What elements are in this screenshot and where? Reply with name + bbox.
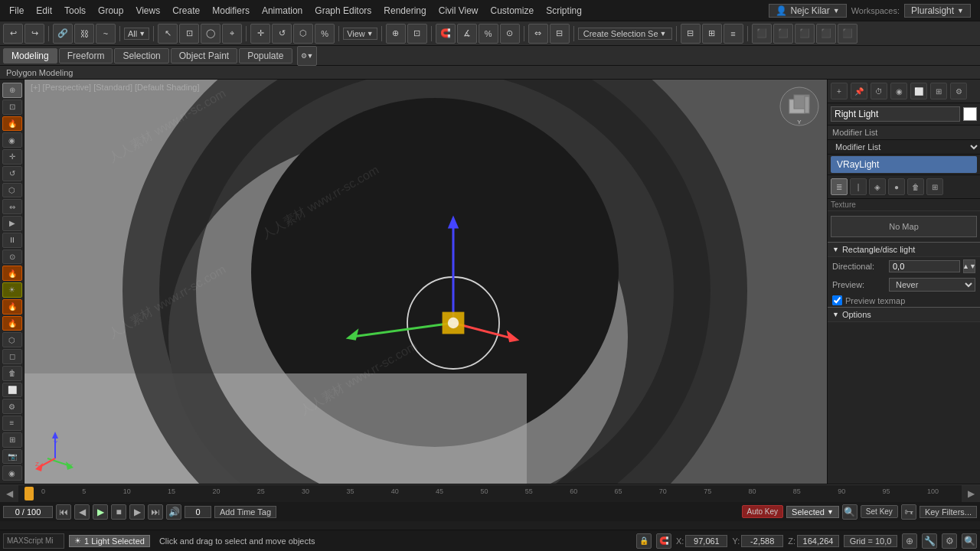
select-center[interactable]: ⊡ — [407, 24, 427, 44]
ribbon-btn[interactable]: ⬛ — [752, 24, 772, 44]
left-btn-settings[interactable]: ⚙ — [2, 399, 22, 414]
left-btn-scale[interactable]: ⬡ — [2, 183, 22, 198]
selected-dropdown[interactable]: Selected ▼ — [786, 506, 839, 518]
menu-group[interactable]: Group — [92, 4, 129, 18]
rp-trash-icon[interactable]: 🗑 — [907, 178, 924, 195]
viewport[interactable]: [+] [Perspective] [Standard] [Default Sh… — [24, 80, 827, 484]
rp-display-icon[interactable]: ● — [888, 178, 905, 195]
left-btn-mirror[interactable]: ⇔ — [2, 199, 22, 214]
menu-animation[interactable]: Animation — [256, 4, 309, 18]
maxscript-area[interactable]: MAXScript Mi — [3, 533, 64, 549]
search-btn[interactable]: 🔍 — [842, 504, 858, 520]
menu-edit[interactable]: Edit — [30, 4, 58, 18]
preview-select[interactable]: Never — [889, 278, 975, 292]
rp-pin-btn[interactable]: 📌 — [851, 83, 867, 99]
rp-table-icon[interactable]: ⊞ — [926, 178, 943, 195]
play-next-btn[interactable]: ▶ — [129, 504, 145, 520]
rp-box-btn[interactable]: ⬜ — [910, 83, 927, 99]
preview-texmap-checkbox[interactable] — [832, 295, 842, 305]
extra-icon3[interactable]: ⚙ — [942, 533, 957, 549]
filter-dropdown[interactable]: All ▼ — [124, 28, 149, 40]
menu-modifiers[interactable]: Modifiers — [206, 4, 256, 18]
modifier-item-vraylight[interactable]: VRayLight — [831, 156, 977, 173]
tab-freeform[interactable]: Freeform — [59, 48, 113, 64]
select-region-rect[interactable]: ⊡ — [179, 24, 199, 44]
menu-file[interactable]: File — [3, 4, 30, 18]
percent-scale[interactable]: % — [315, 24, 335, 44]
left-btn-rotate[interactable]: ↺ — [2, 166, 22, 181]
left-btn-fire3[interactable]: 🔥 — [2, 299, 22, 315]
set-key-btn[interactable]: Set Key — [861, 505, 898, 518]
menu-rendering[interactable]: Rendering — [377, 4, 432, 18]
left-btn-camera[interactable]: 📷 — [2, 449, 22, 465]
left-btn-more2[interactable]: ⊞ — [2, 432, 22, 448]
tl-next[interactable]: ▶ — [962, 485, 980, 502]
left-btn-paint[interactable]: ◉ — [2, 132, 22, 148]
frame-display[interactable]: 0 / 100 — [3, 506, 53, 518]
left-btn-shape[interactable]: ◻ — [2, 349, 22, 364]
auto-key-btn[interactable]: Auto Key — [742, 505, 784, 518]
menu-views[interactable]: Views — [129, 4, 166, 18]
angle-snap[interactable]: ∡ — [457, 24, 477, 44]
tab-extra-btn[interactable]: ⚙▼ — [297, 46, 318, 66]
play-btn[interactable]: ▶ — [93, 504, 108, 520]
key-icon-btn[interactable]: 🗝 — [901, 504, 916, 520]
left-btn-create[interactable]: ⊕ — [2, 83, 22, 98]
rp-grid-btn[interactable]: ⊞ — [930, 83, 947, 99]
btn-extra1[interactable]: ⬛ — [795, 24, 815, 44]
prev-frame-btn[interactable]: ◀ — [74, 504, 90, 520]
scale-button active[interactable]: ⬡ — [293, 24, 313, 44]
left-btn-square[interactable]: ⬜ — [2, 383, 22, 398]
color-swatch[interactable] — [963, 107, 977, 121]
tab-modeling[interactable]: Modeling — [3, 48, 57, 64]
user-menu[interactable]: 👤 Nejc Kilar ▼ — [769, 4, 846, 18]
move-button[interactable]: ✛ — [250, 24, 270, 44]
btn-extra2[interactable]: ⬛ — [816, 24, 836, 44]
tab-object-paint[interactable]: Object Paint — [171, 48, 237, 64]
spinner-snap[interactable]: ⊙ — [500, 24, 520, 44]
tab-populate[interactable]: Populate — [239, 48, 292, 64]
link-button[interactable]: 🔗 — [53, 24, 73, 44]
undo-button[interactable]: ↩ — [3, 24, 23, 44]
directional-spinner[interactable]: ▲▼ — [963, 259, 975, 273]
audio-btn[interactable]: 🔊 — [166, 504, 181, 520]
section-options[interactable]: ▼ Options — [828, 307, 980, 322]
snap-btn2[interactable]: 🧲 — [656, 533, 671, 549]
key-filters-btn[interactable]: Key Filters... — [920, 506, 977, 518]
left-btn-select[interactable]: ⊡ — [2, 99, 22, 115]
left-btn-fire4[interactable]: 🔥 — [2, 316, 22, 331]
add-time-tag-btn[interactable]: Add Time Tag — [214, 506, 276, 518]
tl-prev[interactable]: ◀ — [0, 485, 18, 502]
left-btn-geometry[interactable]: ⬡ — [2, 332, 22, 347]
left-btn-pause[interactable]: ⏸ — [2, 233, 22, 248]
no-map-button[interactable]: No Map — [831, 216, 977, 237]
left-btn-trash[interactable]: 🗑 — [2, 366, 22, 381]
select-button[interactable]: ↖ — [158, 24, 178, 44]
btn-extra3[interactable]: ⬛ — [838, 24, 858, 44]
menu-graph-editors[interactable]: Graph Editors — [309, 4, 377, 18]
tab-dropdown[interactable]: ⚙▼ — [297, 46, 318, 66]
menu-customize[interactable]: Customize — [485, 4, 541, 18]
select-region-circle[interactable]: ◯ — [201, 24, 220, 44]
snap-toggle[interactable]: 🧲 — [436, 24, 456, 44]
left-btn-play[interactable]: ▶ — [2, 216, 22, 231]
rp-motion-icon[interactable]: ◈ — [869, 178, 886, 195]
object-name-input[interactable] — [831, 106, 960, 122]
rp-settings-btn[interactable]: ⚙ — [950, 83, 967, 99]
left-btn-step[interactable]: ⊙ — [2, 249, 22, 265]
unlink-button[interactable]: ⛓ — [74, 24, 94, 44]
left-btn-more3[interactable]: ◉ — [2, 465, 22, 481]
create-selection-dropdown[interactable]: Create Selection Se ▼ — [578, 28, 672, 40]
scene-explorer[interactable]: ⊞ — [702, 24, 722, 44]
rp-shader-icon[interactable]: | — [850, 178, 867, 195]
z-value[interactable]: 164,264 — [797, 535, 839, 547]
forward-btn[interactable]: ⏭ — [148, 504, 163, 520]
timeline-track[interactable]: 0 5 10 15 20 25 30 35 40 45 50 55 60 65 … — [18, 485, 962, 502]
menu-civil-view[interactable]: Civil View — [433, 4, 485, 18]
workspace-selector[interactable]: Pluralsight ▼ — [904, 4, 971, 18]
menu-tools[interactable]: Tools — [58, 4, 92, 18]
rp-history-btn[interactable]: ⏱ — [871, 83, 887, 99]
frame-input[interactable]: 0 — [185, 506, 211, 518]
align-button[interactable]: ⊟ — [550, 24, 570, 44]
rp-sphere-btn[interactable]: ◉ — [890, 83, 907, 99]
